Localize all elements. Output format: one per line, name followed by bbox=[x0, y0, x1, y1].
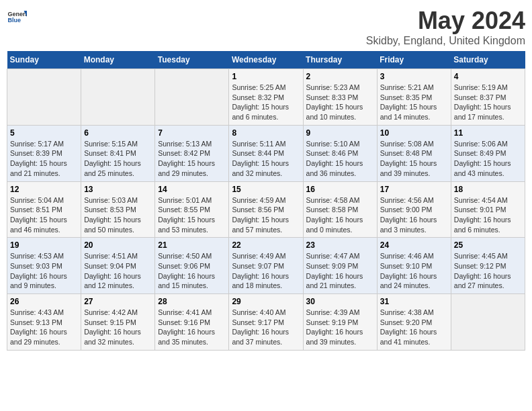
general-blue-logo-icon: General Blue bbox=[7, 7, 27, 27]
weekday-header-thursday: Thursday bbox=[303, 51, 377, 69]
day-number: 31 bbox=[380, 297, 448, 306]
day-info: Sunrise: 4:49 AM Sunset: 9:07 PM Dayligh… bbox=[232, 251, 300, 291]
calendar-cell: 5Sunrise: 5:17 AM Sunset: 8:39 PM Daylig… bbox=[7, 125, 81, 181]
day-number: 13 bbox=[84, 185, 152, 194]
calendar-cell: 28Sunrise: 4:41 AM Sunset: 9:16 PM Dayli… bbox=[155, 294, 229, 351]
day-number: 5 bbox=[10, 128, 78, 138]
calendar-cell: 19Sunrise: 4:53 AM Sunset: 9:03 PM Dayli… bbox=[7, 238, 81, 294]
day-number: 25 bbox=[454, 240, 522, 250]
day-number: 29 bbox=[232, 297, 300, 306]
day-number: 28 bbox=[158, 297, 226, 306]
calendar-cell bbox=[7, 69, 81, 126]
day-info: Sunrise: 4:39 AM Sunset: 9:19 PM Dayligh… bbox=[306, 308, 374, 347]
calendar-cell: 7Sunrise: 5:13 AM Sunset: 8:42 PM Daylig… bbox=[155, 125, 229, 181]
calendar-cell: 21Sunrise: 4:50 AM Sunset: 9:06 PM Dayli… bbox=[155, 238, 229, 294]
calendar-cell: 4Sunrise: 5:19 AM Sunset: 8:37 PM Daylig… bbox=[451, 69, 525, 126]
calendar-cell: 10Sunrise: 5:08 AM Sunset: 8:48 PM Dayli… bbox=[377, 125, 451, 181]
weekday-header-saturday: Saturday bbox=[451, 51, 525, 69]
calendar-cell: 13Sunrise: 5:03 AM Sunset: 8:53 PM Dayli… bbox=[81, 181, 155, 238]
calendar-cell: 22Sunrise: 4:49 AM Sunset: 9:07 PM Dayli… bbox=[229, 238, 303, 294]
day-number: 30 bbox=[306, 297, 374, 306]
calendar-cell: 9Sunrise: 5:10 AM Sunset: 8:46 PM Daylig… bbox=[303, 125, 377, 181]
calendar-table: SundayMondayTuesdayWednesdayThursdayFrid… bbox=[7, 51, 525, 351]
calendar-cell: 31Sunrise: 4:38 AM Sunset: 9:20 PM Dayli… bbox=[377, 294, 451, 351]
calendar-week-row: 12Sunrise: 5:04 AM Sunset: 8:51 PM Dayli… bbox=[7, 181, 525, 238]
calendar-cell: 14Sunrise: 5:01 AM Sunset: 8:55 PM Dayli… bbox=[155, 181, 229, 238]
calendar-cell: 6Sunrise: 5:15 AM Sunset: 8:41 PM Daylig… bbox=[81, 125, 155, 181]
weekday-header-monday: Monday bbox=[81, 51, 155, 69]
day-info: Sunrise: 5:08 AM Sunset: 8:48 PM Dayligh… bbox=[380, 139, 448, 179]
calendar-cell: 15Sunrise: 4:59 AM Sunset: 8:56 PM Dayli… bbox=[229, 181, 303, 238]
day-info: Sunrise: 5:19 AM Sunset: 8:37 PM Dayligh… bbox=[454, 83, 522, 122]
calendar-cell bbox=[81, 69, 155, 126]
day-info: Sunrise: 5:25 AM Sunset: 8:32 PM Dayligh… bbox=[232, 83, 300, 122]
day-number: 18 bbox=[454, 185, 522, 194]
day-info: Sunrise: 5:21 AM Sunset: 8:35 PM Dayligh… bbox=[380, 83, 448, 122]
calendar-cell: 3Sunrise: 5:21 AM Sunset: 8:35 PM Daylig… bbox=[377, 69, 451, 126]
day-info: Sunrise: 4:42 AM Sunset: 9:15 PM Dayligh… bbox=[84, 308, 152, 347]
day-number: 12 bbox=[10, 185, 78, 194]
weekday-header-wednesday: Wednesday bbox=[229, 51, 303, 69]
calendar-cell: 12Sunrise: 5:04 AM Sunset: 8:51 PM Dayli… bbox=[7, 181, 81, 238]
day-number: 21 bbox=[158, 240, 226, 250]
title-area: May 2024 Skidby, England, United Kingdom bbox=[366, 7, 525, 47]
day-number: 4 bbox=[454, 72, 522, 81]
day-info: Sunrise: 5:15 AM Sunset: 8:41 PM Dayligh… bbox=[84, 139, 152, 179]
day-info: Sunrise: 5:11 AM Sunset: 8:44 PM Dayligh… bbox=[232, 139, 300, 179]
svg-text:Blue: Blue bbox=[8, 17, 21, 24]
weekday-header-row: SundayMondayTuesdayWednesdayThursdayFrid… bbox=[7, 51, 525, 69]
day-info: Sunrise: 5:17 AM Sunset: 8:39 PM Dayligh… bbox=[10, 139, 78, 179]
day-info: Sunrise: 4:47 AM Sunset: 9:09 PM Dayligh… bbox=[306, 251, 374, 291]
day-info: Sunrise: 5:06 AM Sunset: 8:49 PM Dayligh… bbox=[454, 139, 522, 179]
day-number: 7 bbox=[158, 128, 226, 138]
day-info: Sunrise: 4:50 AM Sunset: 9:06 PM Dayligh… bbox=[158, 251, 226, 291]
day-info: Sunrise: 4:51 AM Sunset: 9:04 PM Dayligh… bbox=[84, 251, 152, 291]
day-info: Sunrise: 4:54 AM Sunset: 9:01 PM Dayligh… bbox=[454, 195, 522, 235]
day-number: 1 bbox=[232, 72, 300, 81]
calendar-cell: 11Sunrise: 5:06 AM Sunset: 8:49 PM Dayli… bbox=[451, 125, 525, 181]
day-info: Sunrise: 5:01 AM Sunset: 8:55 PM Dayligh… bbox=[158, 195, 226, 235]
calendar-cell: 25Sunrise: 4:45 AM Sunset: 9:12 PM Dayli… bbox=[451, 238, 525, 294]
day-info: Sunrise: 4:58 AM Sunset: 8:58 PM Dayligh… bbox=[306, 195, 374, 235]
weekday-header-tuesday: Tuesday bbox=[155, 51, 229, 69]
day-info: Sunrise: 4:45 AM Sunset: 9:12 PM Dayligh… bbox=[454, 251, 522, 291]
day-number: 15 bbox=[232, 185, 300, 194]
day-number: 11 bbox=[454, 128, 522, 138]
day-number: 10 bbox=[380, 128, 448, 138]
calendar-cell: 30Sunrise: 4:39 AM Sunset: 9:19 PM Dayli… bbox=[303, 294, 377, 351]
weekday-header-sunday: Sunday bbox=[7, 51, 81, 69]
day-info: Sunrise: 4:43 AM Sunset: 9:13 PM Dayligh… bbox=[10, 308, 78, 347]
day-number: 3 bbox=[380, 72, 448, 81]
calendar-cell: 8Sunrise: 5:11 AM Sunset: 8:44 PM Daylig… bbox=[229, 125, 303, 181]
day-info: Sunrise: 4:53 AM Sunset: 9:03 PM Dayligh… bbox=[10, 251, 78, 291]
weekday-header-friday: Friday bbox=[377, 51, 451, 69]
day-number: 16 bbox=[306, 185, 374, 194]
calendar-cell: 16Sunrise: 4:58 AM Sunset: 8:58 PM Dayli… bbox=[303, 181, 377, 238]
day-info: Sunrise: 4:59 AM Sunset: 8:56 PM Dayligh… bbox=[232, 195, 300, 235]
calendar-subtitle: Skidby, England, United Kingdom bbox=[366, 35, 525, 47]
day-number: 22 bbox=[232, 240, 300, 250]
day-number: 9 bbox=[306, 128, 374, 138]
day-info: Sunrise: 4:56 AM Sunset: 9:00 PM Dayligh… bbox=[380, 195, 448, 235]
day-info: Sunrise: 5:13 AM Sunset: 8:42 PM Dayligh… bbox=[158, 139, 226, 179]
calendar-cell bbox=[451, 294, 525, 351]
calendar-cell: 1Sunrise: 5:25 AM Sunset: 8:32 PM Daylig… bbox=[229, 69, 303, 126]
calendar-week-row: 26Sunrise: 4:43 AM Sunset: 9:13 PM Dayli… bbox=[7, 294, 525, 351]
calendar-cell: 29Sunrise: 4:40 AM Sunset: 9:17 PM Dayli… bbox=[229, 294, 303, 351]
calendar-cell bbox=[155, 69, 229, 126]
day-info: Sunrise: 4:38 AM Sunset: 9:20 PM Dayligh… bbox=[380, 308, 448, 347]
day-info: Sunrise: 5:23 AM Sunset: 8:33 PM Dayligh… bbox=[306, 83, 374, 122]
calendar-cell: 20Sunrise: 4:51 AM Sunset: 9:04 PM Dayli… bbox=[81, 238, 155, 294]
day-number: 19 bbox=[10, 240, 78, 250]
calendar-cell: 27Sunrise: 4:42 AM Sunset: 9:15 PM Dayli… bbox=[81, 294, 155, 351]
day-info: Sunrise: 5:04 AM Sunset: 8:51 PM Dayligh… bbox=[10, 195, 78, 235]
calendar-cell: 24Sunrise: 4:46 AM Sunset: 9:10 PM Dayli… bbox=[377, 238, 451, 294]
day-number: 26 bbox=[10, 297, 78, 306]
day-number: 17 bbox=[380, 185, 448, 194]
calendar-week-row: 1Sunrise: 5:25 AM Sunset: 8:32 PM Daylig… bbox=[7, 69, 525, 126]
day-info: Sunrise: 4:40 AM Sunset: 9:17 PM Dayligh… bbox=[232, 308, 300, 347]
day-number: 8 bbox=[232, 128, 300, 138]
calendar-week-row: 19Sunrise: 4:53 AM Sunset: 9:03 PM Dayli… bbox=[7, 238, 525, 294]
day-info: Sunrise: 5:10 AM Sunset: 8:46 PM Dayligh… bbox=[306, 139, 374, 179]
day-info: Sunrise: 5:03 AM Sunset: 8:53 PM Dayligh… bbox=[84, 195, 152, 235]
